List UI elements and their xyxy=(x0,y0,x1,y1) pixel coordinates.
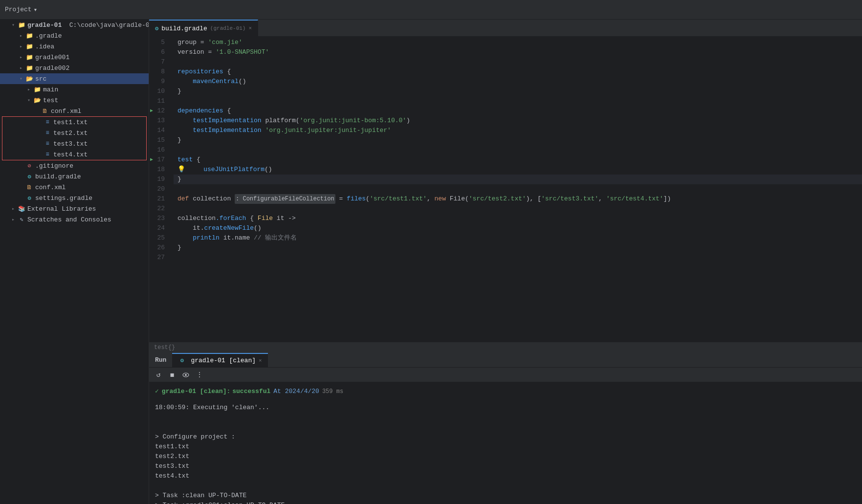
line-num-26: 26 xyxy=(149,243,169,253)
sidebar-label-test2: test2.txt xyxy=(53,130,88,137)
sidebar-item-settings-gradle[interactable]: ⚙ settings.gradle xyxy=(0,193,149,203)
tab-close-button[interactable]: × xyxy=(248,25,252,31)
run-icon-17[interactable]: ▶ xyxy=(150,155,153,165)
code-token: 'src/test2.txt' xyxy=(469,194,526,204)
sidebar-item-main[interactable]: 📁 main xyxy=(0,84,149,95)
code-token: dependencies xyxy=(177,106,223,116)
tab-label: build.gradle xyxy=(161,25,207,32)
code-line-25: println it.name // 输出文件名 xyxy=(174,233,862,243)
sidebar-item-test3[interactable]: ≡ test3.txt xyxy=(2,138,146,149)
run-output-text: 18:00:59: Executing 'clean'... xyxy=(155,403,269,413)
run-output-empty-3 xyxy=(155,481,856,491)
code-line-12: dependencies { xyxy=(174,106,862,116)
run-output-text: test2.txt xyxy=(155,452,189,461)
sidebar-item-gradle001[interactable]: 📁 gradle001 xyxy=(0,52,149,63)
code-line-15: } xyxy=(174,135,862,145)
sidebar-item-idea-folder[interactable]: 📁 .idea xyxy=(0,41,149,52)
code-token xyxy=(188,165,203,175)
line-num-12: ▶ 12 xyxy=(149,106,169,116)
code-token: it. xyxy=(177,223,204,233)
sidebar-label-gradle001: gradle001 xyxy=(35,54,69,61)
run-tab-close-button[interactable]: × xyxy=(259,358,262,364)
sidebar-label-test3: test3.txt xyxy=(53,140,88,148)
sidebar-item-scratches[interactable]: ✎ Scratches and Consoles xyxy=(0,214,149,225)
folder-open-icon: 📁 xyxy=(18,21,25,29)
sidebar-label-settings-gradle: settings.gradle xyxy=(35,195,92,202)
line-num-11: 11 xyxy=(149,96,169,106)
code-token: // 输出文件名 xyxy=(254,233,297,243)
code-token: files xyxy=(347,194,366,204)
run-panel: Run ⚙ gradle-01 [clean] × ↺ ◼ ⋮ xyxy=(149,352,862,504)
sidebar-item-test1[interactable]: ≡ test1.txt xyxy=(2,117,146,128)
tab-gradle-icon: ⚙ xyxy=(155,25,158,32)
sidebar-tree: 📁 gradle-01 C:\code\java\gradle-01 📁 .gr… xyxy=(0,20,149,504)
run-label: Run xyxy=(149,356,172,364)
dropdown-arrow: ▾ xyxy=(34,6,38,14)
sidebar-item-src[interactable]: 📂 src xyxy=(0,73,149,84)
sidebar-item-gradle-folder[interactable]: 📁 .gradle xyxy=(0,30,149,41)
sidebar-label-gitignore: .gitignore xyxy=(35,162,73,170)
code-line-11 xyxy=(174,96,862,106)
code-token: , xyxy=(427,194,435,204)
task-status: successful xyxy=(232,387,270,396)
run-output-line-5: test3.txt xyxy=(155,461,856,471)
sidebar-item-gradle01-root[interactable]: 📁 gradle-01 C:\code\java\gradle-01 xyxy=(0,20,149,30)
sidebar-item-test[interactable]: 📂 test xyxy=(0,95,149,106)
sidebar-item-conf-xml-inner[interactable]: 🗎 conf.xml xyxy=(0,106,149,116)
code-token: { xyxy=(193,155,200,165)
run-task-item[interactable]: ✓ gradle-01 [clean]: successful At 2024/… xyxy=(155,386,856,397)
sidebar-item-build-gradle[interactable]: ⚙ build.gradle xyxy=(0,171,149,182)
run-tab-label: gradle-01 [clean] xyxy=(191,357,256,364)
run-spacer-1 xyxy=(155,397,856,403)
file-gradle-icon: ⚙ xyxy=(25,173,33,180)
run-output-line-6: test4.txt xyxy=(155,471,856,481)
line-num-16: 16 xyxy=(149,145,169,155)
code-token: () xyxy=(239,77,246,87)
sidebar-item-test4[interactable]: ≡ test4.txt xyxy=(2,149,146,160)
code-token: version xyxy=(177,47,204,57)
code-line-16 xyxy=(174,145,862,155)
code-line-6: version = '1.0-SNAPSHOT' xyxy=(174,47,862,57)
code-content[interactable]: group = 'com.jie' version = '1.0-SNAPSHO… xyxy=(174,37,862,342)
folder-icon-src: 📂 xyxy=(25,75,33,83)
code-line-14: testImplementation 'org.junit.jupiter:ju… xyxy=(174,126,862,135)
run-stop-button[interactable]: ◼ xyxy=(167,370,177,380)
run-restart-button[interactable]: ↺ xyxy=(153,370,164,380)
sidebar-item-conf-xml-root[interactable]: 🗎 conf.xml xyxy=(0,182,149,193)
line-num-9: 9 xyxy=(149,77,169,87)
code-token: collection xyxy=(177,214,216,223)
run-tab-gradle01-clean[interactable]: ⚙ gradle-01 [clean] × xyxy=(172,353,267,368)
sidebar-item-gradle002[interactable]: 📁 gradle002 xyxy=(0,63,149,73)
code-line-8: repositories { xyxy=(174,67,862,77)
run-more-button[interactable]: ⋮ xyxy=(194,370,205,380)
editor-status-text: test{} xyxy=(154,344,175,351)
tree-arrow-gradle002 xyxy=(18,65,24,71)
project-dropdown[interactable]: Project ▾ xyxy=(5,6,37,14)
line-num-18: 18 xyxy=(149,165,169,175)
code-line-19: } xyxy=(174,175,862,184)
code-line-17: test { xyxy=(174,155,862,165)
run-output-empty-2 xyxy=(155,422,856,432)
sidebar-label-conf-xml-inner: conf.xml xyxy=(51,108,81,115)
sidebar-item-gitignore[interactable]: ⊘ .gitignore xyxy=(0,160,149,171)
sidebar-item-external-libs[interactable]: 📚 External Libraries xyxy=(0,203,149,214)
tree-arrow-main xyxy=(25,86,32,93)
sidebar-item-test2[interactable]: ≡ test2.txt xyxy=(2,128,146,138)
tree-arrow-gradle-folder xyxy=(18,32,24,39)
file-settings-gradle-icon: ⚙ xyxy=(25,194,33,202)
folder-icon-idea: 📁 xyxy=(25,43,33,50)
run-icon-12[interactable]: ▶ xyxy=(150,106,153,116)
sidebar-label-test1: test1.txt xyxy=(53,119,88,126)
run-eye-button[interactable] xyxy=(180,370,191,380)
code-line-22 xyxy=(174,204,862,214)
tree-arrow-scratches xyxy=(10,216,17,223)
sidebar-label-main: main xyxy=(43,86,58,93)
editor-tab-build-gradle[interactable]: ⚙ build.gradle (gradle-01) × xyxy=(149,20,258,37)
code-editor[interactable]: 5 6 7 8 9 10 11 ▶ 12 13 14 15 16 ▶ 17 xyxy=(149,37,862,342)
file-txt-icon-2: ≡ xyxy=(44,129,51,137)
code-token: 'org.junit:junit-bom:5.10.0' xyxy=(300,116,406,126)
task-name: gradle-01 [clean]: xyxy=(162,387,230,396)
code-token: () xyxy=(265,165,272,175)
code-token: testImplementation xyxy=(193,116,261,126)
line-num-5: 5 xyxy=(149,38,169,47)
